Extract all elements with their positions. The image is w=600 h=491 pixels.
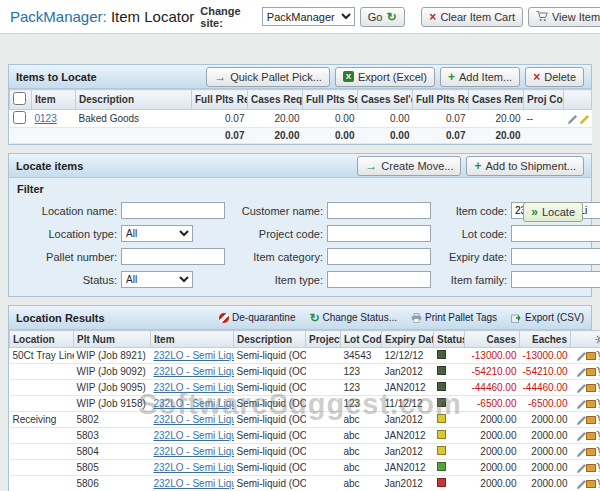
total-full-plts-reqd: 0.07 <box>192 128 248 144</box>
plus-icon: + <box>448 72 455 82</box>
cell-plt-num: 5804 <box>74 444 151 460</box>
pallet-icon[interactable] <box>586 480 596 488</box>
result-item-link[interactable]: 232LO - Semi Liquid <box>154 430 234 441</box>
pallet-icon[interactable] <box>586 384 596 392</box>
cell-full-plts-reqd: 0.07 <box>192 110 248 128</box>
edit-icon[interactable] <box>577 432 586 441</box>
status-indicator <box>437 414 446 423</box>
expiry-date-input[interactable] <box>511 248 600 265</box>
de-quarantine-action[interactable]: De-quarantine <box>219 312 295 323</box>
cell-full-plts-rem: 0.07 <box>413 110 469 128</box>
add-to-cart-icon[interactable] <box>596 431 600 441</box>
col-item: Item <box>32 90 76 110</box>
plus-icon: + <box>474 161 481 171</box>
result-row: 5806 232LO - Semi Liquid Semi-liquid (OO… <box>10 476 600 491</box>
change-status-action[interactable]: ↻Change Status... <box>309 312 397 323</box>
location-type-select[interactable]: All <box>121 225 193 242</box>
add-to-cart-icon[interactable] <box>596 367 600 377</box>
result-item-link[interactable]: 232LO - Semi Liquid <box>154 398 234 409</box>
edit-icon[interactable] <box>577 352 586 361</box>
add-to-shipment-button[interactable]: +Add to Shipment... <box>466 156 584 176</box>
edit-icon[interactable] <box>577 400 586 409</box>
create-move-button[interactable]: →Create Move... <box>357 156 461 176</box>
go-button[interactable]: Go↻ <box>360 7 405 27</box>
edit-icon[interactable] <box>577 480 586 489</box>
pallet-icon[interactable] <box>586 416 596 424</box>
pallet-icon[interactable] <box>586 400 596 408</box>
add-to-cart-icon[interactable] <box>596 447 600 457</box>
pick-icon[interactable] <box>580 115 589 124</box>
status-indicator <box>437 350 446 359</box>
grid-settings-icon[interactable] <box>595 334 600 345</box>
locate-button[interactable]: »Locate <box>523 202 583 222</box>
result-item-link[interactable]: 232LO - Semi Liquid <box>154 366 234 377</box>
item-category-label: Item category: <box>231 251 323 263</box>
pallet-icon[interactable] <box>586 368 596 376</box>
cell-expiry-date: JAN2012 <box>382 428 434 444</box>
page-title: PackManager: Item Locator <box>10 8 194 25</box>
add-to-cart-icon[interactable] <box>596 351 600 361</box>
add-to-cart-icon[interactable] <box>596 399 600 409</box>
export-csv-action[interactable]: Export (CSV) <box>511 312 584 323</box>
result-item-link[interactable]: 232LO - Semi Liquid <box>154 414 234 425</box>
result-item-link[interactable]: 232LO - Semi Liquid <box>154 350 234 361</box>
col-cases: Cases <box>465 331 520 348</box>
pallet-number-input[interactable] <box>121 248 225 265</box>
pallet-icon[interactable] <box>586 352 596 360</box>
result-row: 5805 232LO - Semi Liquid Semi-liquid (OO… <box>10 460 600 476</box>
edit-icon[interactable] <box>577 464 586 473</box>
edit-icon[interactable] <box>568 115 577 124</box>
cell-lot-code: 34543 <box>341 348 382 364</box>
cell-project <box>306 460 341 476</box>
col-item: Item <box>151 331 234 348</box>
locate-section-title: Locate items <box>16 160 83 172</box>
quick-pallet-pick-button[interactable]: →Quick Pallet Pick... <box>206 67 330 87</box>
result-item-link[interactable]: 232LO - Semi Liquid <box>154 446 234 457</box>
edit-icon[interactable] <box>577 416 586 425</box>
lot-code-input[interactable] <box>511 225 600 242</box>
result-item-link[interactable]: 232LO - Semi Liquid <box>154 462 234 473</box>
item-family-input[interactable] <box>511 271 600 288</box>
edit-icon[interactable] <box>577 368 586 377</box>
pallet-icon[interactable] <box>586 448 596 456</box>
add-to-cart-icon[interactable] <box>596 415 600 425</box>
cell-eaches: -44460.00 <box>520 380 571 396</box>
item-category-input[interactable] <box>327 248 431 265</box>
add-to-cart-icon[interactable] <box>596 383 600 393</box>
print-pallet-tags-action[interactable]: Print Pallet Tags <box>411 312 497 323</box>
site-select[interactable]: PackManager <box>262 7 355 26</box>
item-type-input[interactable] <box>327 271 431 288</box>
edit-icon[interactable] <box>577 384 586 393</box>
cell-location <box>10 444 74 460</box>
pallet-icon[interactable] <box>586 432 596 440</box>
export-excel-button[interactable]: XExport (Excel) <box>335 67 435 87</box>
view-item-cart-button[interactable]: View Item Cart <box>528 7 600 27</box>
add-to-cart-icon[interactable] <box>596 463 600 473</box>
cell-location <box>10 428 74 444</box>
cell-plt-num: 5803 <box>74 428 151 444</box>
cell-full-plts-seld: 0.00 <box>303 110 358 128</box>
result-item-link[interactable]: 232LO - Semi Liquid <box>154 382 234 393</box>
status-select[interactable]: All <box>121 271 193 288</box>
pallet-icon[interactable] <box>586 464 596 472</box>
project-code-input[interactable] <box>327 225 431 242</box>
cell-eaches: -13000.00 <box>520 348 571 364</box>
cell-description: Semi-liquid (OOG -- <box>234 380 306 396</box>
topbar: PackManager: Item Locator Change site: P… <box>0 0 600 34</box>
cell-description: Semi-liquid (OOG -- <box>234 444 306 460</box>
add-to-cart-icon[interactable] <box>596 479 600 489</box>
result-item-link[interactable]: 232LO - Semi Liquid <box>154 478 234 489</box>
location-name-input[interactable] <box>121 202 225 219</box>
select-all-checkbox[interactable] <box>13 92 26 105</box>
edit-icon[interactable] <box>577 448 586 457</box>
delete-button[interactable]: ×Delete <box>525 67 584 87</box>
customer-name-input[interactable] <box>327 202 431 219</box>
cell-location <box>10 380 74 396</box>
add-item-button[interactable]: +Add Item... <box>440 67 520 87</box>
item-link[interactable]: 0123 <box>35 113 57 124</box>
item-family-label: Item family: <box>437 274 507 286</box>
row-checkbox[interactable] <box>13 111 26 124</box>
clear-item-cart-button[interactable]: ×Clear Item Cart <box>421 7 523 27</box>
topbar-controls: Change site: PackManager Go↻ ×Clear Item… <box>200 5 600 29</box>
filter-panel: Filter Location name: Customer name: Ite… <box>9 178 591 296</box>
